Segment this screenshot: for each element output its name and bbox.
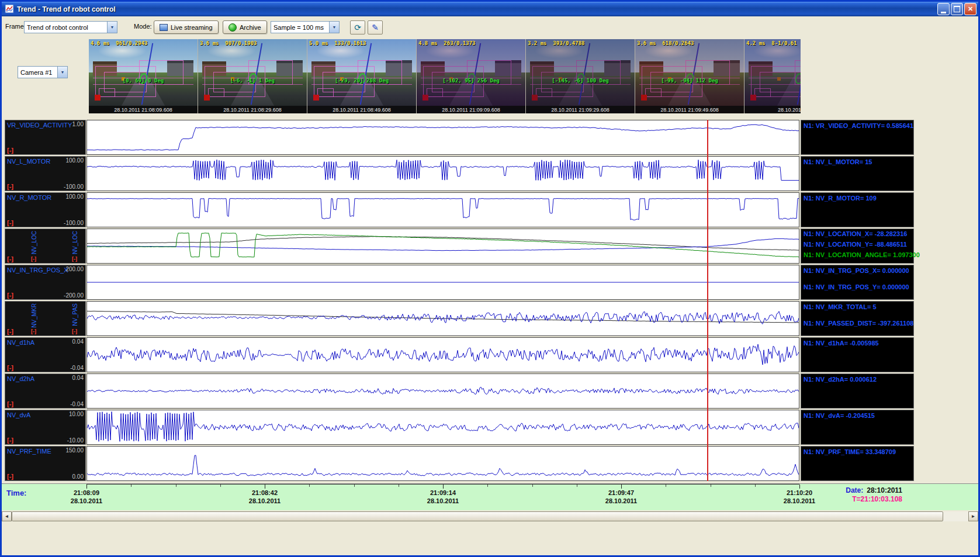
signal-value: N1: NV_IN_TRG_POS_Y= 0.000000 [804,283,909,290]
scrollbar-thumb[interactable] [12,511,943,521]
trend-row: NV_R_MOTOR 100.00 -100.00 [-] N1: NV_R_M… [0,192,980,227]
camera-thumbnail[interactable]: 4.6 ms 961/0.2943 [0, 69] 0 Deg 28.10.20… [89,39,198,113]
collapse-button[interactable]: [-] [7,255,13,262]
value-panel: N1: NV_dvA= -0.204515 [801,410,914,445]
thumb-position-text: [0, 69] 0 Deg [123,78,164,84]
signal-name: NV_R_MOTOR [7,194,51,201]
trend-chart[interactable] [86,337,799,372]
pen-icon: ✎ [372,23,379,32]
axis-tick [86,485,87,489]
collapse-button[interactable]: [-] [7,219,13,226]
trend-row: NV_d2hA 0.04 -0.04 [-] N1: NV_d2hA= 0.00… [0,373,980,409]
trend-rows: VR_VIDEO_ACTIVITY 1.00 [-] N1: VR_VIDEO_… [0,120,980,482]
value-panel: N1: NV_R_MOTOR= 109 [801,192,914,227]
camera-thumbnail[interactable]: 4.8 ms 263/0.1373 [-102, 95] 256 Deg 28.… [417,39,526,113]
collapse-button[interactable]: [-] [31,256,36,262]
sample-rate-select[interactable]: Sample = 100 ms ▼ [271,21,340,33]
live-streaming-label: Live streaming [171,24,213,31]
trend-chart[interactable] [86,156,799,191]
trend-chart[interactable] [86,410,799,445]
trend-chart[interactable] [86,265,799,300]
trend-chart[interactable] [86,229,799,264]
trend-row: NV_PRF_TIME 150.00 0.00 [-] N1: NV_PRF_T… [0,446,980,481]
trend-cursor-line[interactable] [707,120,708,481]
trend-chart[interactable] [86,446,799,481]
camera-thumbnail[interactable]: 5.0 ms 133/0.1613 [-29, 20] 208 Deg 28.1… [307,39,417,113]
axis-min: -200.00 [64,292,84,299]
collapse-button[interactable]: [-] [7,400,13,407]
collapse-button[interactable]: [-] [7,437,13,444]
camera-thumbnail[interactable]: 3.2 ms 393/0.4788 [-145, -6] 100 Deg 28.… [526,39,635,113]
trend-chart[interactable] [86,301,799,336]
rotated-signal-name: NV_MKR[-] [31,303,39,327]
collapse-button[interactable]: [-] [7,292,13,299]
collapse-button[interactable]: [-] [7,364,13,371]
axis-tick [131,485,131,487]
value-panel: N1: NV_d1hA= -0.005985 [801,337,914,372]
mode-label: Mode: [134,23,152,30]
collapse-button[interactable]: [-] [7,147,13,154]
trend-row: [-] NV_LOC[-]NV_LOC[-] N1: NV_LOCATION_X… [0,229,980,264]
toolbar: Frame: Trend of robot control ▼ Mode: Li… [2,16,978,36]
trend-row: NV_L_MOTOR 100.00 -100.00 [-] N1: NV_L_M… [0,156,980,191]
signal-value: N1: NV_R_MOTOR= 109 [804,195,877,202]
trend-chart[interactable] [86,120,799,155]
collapse-button[interactable]: [-] [7,328,13,335]
frame-select[interactable]: Trend of robot control ▼ [24,21,117,33]
rotated-signal-name: NV_LOC[-] [31,231,39,255]
camera-select-value: Camera #1 [20,69,52,76]
thumb-tint [635,39,744,113]
horizontal-scrollbar[interactable]: ◄ ► [2,511,978,521]
archive-button[interactable]: Archive [223,20,267,34]
value-panel: N1: NV_d2hA= 0.000612 [801,373,914,409]
collapse-button[interactable]: [-] [72,328,77,334]
date-block: Date:28:10:2011 T=21:10:03.108 [846,486,902,503]
live-streaming-button[interactable]: Live streaming [154,20,219,34]
close-button[interactable]: ✕ [964,3,976,15]
maximize-button[interactable] [951,3,963,15]
time-tick-label: 21:09:1428.10.2011 [427,489,459,506]
collapse-button[interactable]: [-] [7,473,13,480]
camera-thumbnail[interactable]: 3.6 ms 618/0.2643 [-99, -94] 112 Deg 28.… [635,39,744,113]
frame-select-value: Trend of robot control [27,24,88,31]
titlebar[interactable]: Trend - Trend of robot control ✕ [2,2,978,16]
collapse-button[interactable]: [-] [7,183,13,190]
refresh-button[interactable]: ⟳ [350,20,365,34]
axis-max: 200.00 [65,266,84,272]
camera-thumbnail[interactable]: 3.6 ms 907/0.1903 [-6, -1] 1 Deg 28.10.2… [198,39,307,113]
axis-max: 0.04 [72,338,84,345]
signal-label-panel: [-] NV_MKR[-]NV_PAS[-] [5,301,86,336]
pen-button[interactable]: ✎ [368,20,383,34]
window-title: Trend - Trend of robot control [17,5,116,13]
trend-chart[interactable] [86,192,799,227]
axis-max: 100.00 [65,157,84,164]
signal-label-panel: NV_IN_TRG_POS_X 200.00 -200.00 [-] [5,265,86,300]
refresh-icon: ⟳ [354,23,361,32]
camera-thumbnail[interactable]: 4.2 ms 8-1/0.61 28.10.2011 21:10: [744,39,801,113]
signal-value: N1: NV_d2hA= 0.000612 [804,376,877,383]
axis-tick [487,485,488,487]
signal-name: NV_PRF_TIME [7,448,51,455]
value-panel: N1: NV_MKR_TOTAL= 5N1: NV_PASSED_DIST= -… [801,301,914,336]
thumb-stats-text: 3.6 ms 907/0.1903 [200,40,257,46]
axis-tick [309,485,310,487]
minimize-icon [941,12,946,13]
time-tick-label: 21:08:0928.10.2011 [71,489,102,506]
camera-select[interactable]: Camera #1 ▼ [18,66,68,78]
trend-chart[interactable] [86,373,799,409]
minimize-button[interactable] [937,3,950,15]
thumb-timestamp: 28.10.2011 21:09:29.608 [526,106,635,113]
signal-name: NV_LOC [31,231,37,254]
axis-tick [399,485,399,487]
collapse-button[interactable]: [-] [72,256,77,262]
rotated-signal-name: NV_PAS[-] [72,303,80,327]
thumb-tint [744,39,801,113]
axis-tick [532,485,533,487]
axis-min: -100.00 [64,220,84,226]
scroll-right-button[interactable]: ► [968,511,978,521]
axis-min: -0.04 [70,365,84,371]
thumb-position-text: [-99, -94] 112 Deg [661,78,718,84]
collapse-button[interactable]: [-] [31,328,36,334]
scroll-left-button[interactable]: ◄ [2,511,12,521]
thumb-stats-text: 3.2 ms 393/0.4788 [528,40,585,46]
